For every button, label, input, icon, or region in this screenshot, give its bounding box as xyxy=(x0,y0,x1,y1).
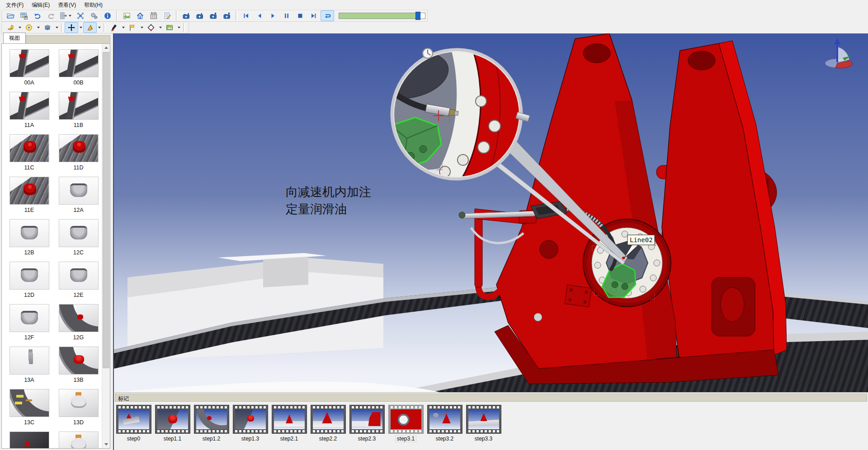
visibility-tool-dropdown-caret[interactable] xyxy=(37,27,40,28)
step-film-frame[interactable] xyxy=(311,405,346,434)
view-thumbnail-image[interactable] xyxy=(9,219,49,247)
view-thumbnail-image[interactable] xyxy=(9,49,49,77)
view-thumbnail-item[interactable]: 13A xyxy=(8,347,51,389)
step-film-frame[interactable] xyxy=(349,405,385,434)
camera-stop-button[interactable] xyxy=(207,10,220,21)
view-thumbnail-item[interactable]: 12G xyxy=(57,304,100,347)
solid-tool-button[interactable] xyxy=(4,22,17,33)
animation-progress-slider[interactable] xyxy=(339,13,425,19)
view-thumbnail-image[interactable] xyxy=(59,49,99,77)
pen-annotation-dropdown-caret[interactable] xyxy=(122,27,125,28)
view-thumbnail-image[interactable] xyxy=(9,177,49,205)
view-thumbnail-item[interactable]: 12E xyxy=(57,262,100,304)
3d-viewport[interactable]: 向减速机内加注 定量润滑油 Line02 xyxy=(113,33,868,392)
view-thumbnail-image[interactable] xyxy=(9,262,49,290)
step-film-frame[interactable] xyxy=(388,405,424,434)
scrollbar-down-button[interactable] xyxy=(102,441,110,448)
capture-image-button[interactable] xyxy=(120,10,133,21)
view-thumbnail-image[interactable] xyxy=(59,177,99,205)
view-thumbnail-item[interactable]: 00B xyxy=(57,49,100,92)
step-film-frame[interactable] xyxy=(466,405,501,434)
go-last-button[interactable] xyxy=(307,10,321,21)
view-thumbnail-image[interactable] xyxy=(59,92,99,120)
view-thumbnail-item[interactable]: 00A xyxy=(8,49,51,92)
view-thumbnail-image[interactable] xyxy=(59,347,99,375)
menu-item[interactable]: 查看(V) xyxy=(54,0,80,10)
view-thumbnail-image[interactable] xyxy=(59,134,99,162)
go-prev-button[interactable] xyxy=(253,10,266,21)
view-thumbnail-item[interactable]: 12D xyxy=(8,262,51,304)
view-thumbnail-item[interactable]: 11B xyxy=(57,92,100,134)
view-thumbnail-item[interactable]: 13C xyxy=(8,389,51,431)
step-film-frame[interactable] xyxy=(155,405,190,434)
step-film-frame[interactable] xyxy=(272,405,307,434)
explode-tool-dropdown-caret[interactable] xyxy=(98,27,101,28)
go-first-button[interactable] xyxy=(239,10,253,21)
fit-window-button[interactable] xyxy=(74,10,87,21)
step-thumbnail-item[interactable]: step2.2 xyxy=(310,405,346,442)
play-button[interactable] xyxy=(266,10,280,21)
view-thumbnail-item[interactable]: 11D xyxy=(57,134,100,177)
view-thumbnail-item[interactable]: 12A xyxy=(57,177,100,219)
step-thumbnail-item[interactable]: step2.1 xyxy=(271,405,307,442)
measure-tool-button[interactable] xyxy=(144,22,158,33)
camera-forward-button[interactable] xyxy=(220,10,234,21)
undo-button[interactable] xyxy=(31,10,44,21)
exit-dropdown-caret[interactable] xyxy=(69,15,71,17)
gallery-tool-dropdown-caret[interactable] xyxy=(178,27,180,28)
view-thumbnail-image[interactable] xyxy=(59,219,99,247)
exit-button[interactable] xyxy=(58,10,74,21)
gallery-tool-button[interactable] xyxy=(163,22,176,33)
explode-tool-button[interactable] xyxy=(83,22,97,33)
sidebar-scrollbar[interactable] xyxy=(102,44,110,448)
step-thumbnail-item[interactable]: step3.1 xyxy=(387,405,424,442)
step-thumbnail-item[interactable]: step3.2 xyxy=(426,405,463,442)
menu-item[interactable]: 文件(F) xyxy=(2,0,28,10)
view-thumbnail-image[interactable] xyxy=(59,431,99,449)
view-thumbnail-image[interactable] xyxy=(9,347,49,375)
open-file-button[interactable] xyxy=(4,10,17,21)
settings-button[interactable] xyxy=(87,10,101,21)
view-thumbnail-item[interactable]: 11A xyxy=(8,92,51,134)
view-thumbnail-image[interactable] xyxy=(9,304,49,332)
flag-annotation-button[interactable] xyxy=(126,22,139,33)
layers-tool-dropdown-caret[interactable] xyxy=(56,27,58,28)
view-thumbnail-image[interactable] xyxy=(9,431,49,449)
layers-tool-button[interactable] xyxy=(41,22,54,33)
view-thumbnail-item[interactable] xyxy=(8,431,51,449)
bom-table-button[interactable]: BOM xyxy=(147,10,160,21)
info-button[interactable] xyxy=(101,10,114,21)
camera-play-button[interactable] xyxy=(193,10,207,21)
view-thumbnail-image[interactable] xyxy=(59,262,99,290)
view-thumbnail-item[interactable]: 12F xyxy=(8,304,51,347)
step-film-frame[interactable] xyxy=(427,405,462,434)
camera-back-button[interactable] xyxy=(179,10,193,21)
menu-item[interactable]: 编辑(E) xyxy=(28,0,54,10)
view-thumbnail-item[interactable]: 12B xyxy=(8,219,51,262)
view-thumbnail-item[interactable]: 12C xyxy=(57,219,100,262)
step-thumbnail-item[interactable]: step1.3 xyxy=(232,405,269,442)
visibility-tool-button[interactable] xyxy=(22,22,36,33)
step-thumbnail-item[interactable]: step1.2 xyxy=(193,405,230,442)
solid-tool-dropdown-caret[interactable] xyxy=(19,27,21,28)
move-tool-button[interactable] xyxy=(65,22,78,33)
save-image-button[interactable] xyxy=(17,10,31,21)
pause-button[interactable] xyxy=(280,10,293,21)
step-film-frame[interactable] xyxy=(194,405,229,434)
step-thumbnail-item[interactable]: step1.1 xyxy=(154,405,191,442)
flag-annotation-dropdown-caret[interactable] xyxy=(141,27,143,28)
step-thumbnail-item[interactable]: step3.3 xyxy=(465,405,502,442)
home-view-button[interactable] xyxy=(133,10,147,21)
tab-views[interactable]: 视图 xyxy=(3,33,26,43)
measure-tool-dropdown-caret[interactable] xyxy=(159,27,162,28)
loop-button[interactable] xyxy=(321,10,334,21)
step-thumbnail-item[interactable]: step0 xyxy=(115,405,152,442)
step-thumbnail-item[interactable]: step2.3 xyxy=(349,405,385,442)
view-thumbnail-item[interactable]: 11C xyxy=(8,134,51,177)
edit-notes-button[interactable] xyxy=(160,10,174,21)
step-film-frame[interactable] xyxy=(233,405,268,434)
view-thumbnail-item[interactable]: 13D xyxy=(57,389,100,431)
view-thumbnail-item[interactable]: 11E xyxy=(8,177,51,219)
scrollbar-up-button[interactable] xyxy=(102,44,110,52)
menu-item[interactable]: 帮助(H) xyxy=(80,0,107,10)
